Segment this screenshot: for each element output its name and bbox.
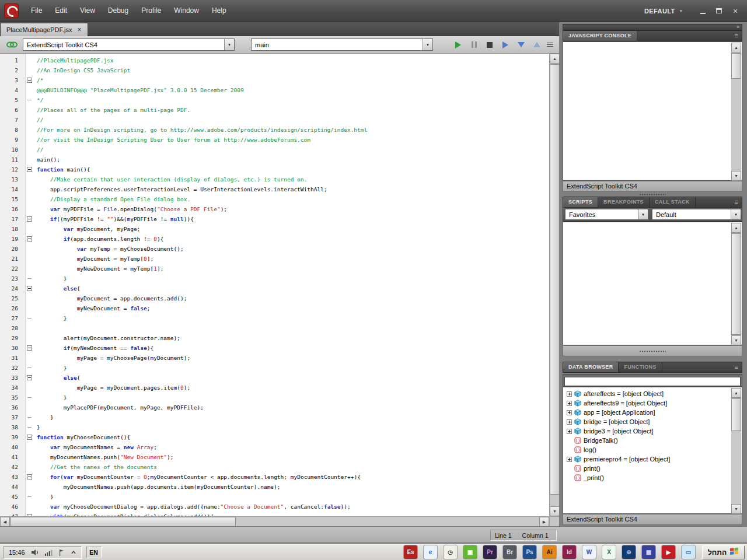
code-text[interactable]: /* bbox=[37, 75, 43, 85]
fold-column[interactable] bbox=[22, 452, 37, 462]
taskbar-app-media-player[interactable]: ▶ bbox=[662, 545, 675, 559]
fold-column[interactable] bbox=[22, 174, 37, 184]
tab-placemultipagepdf[interactable]: PlaceMultipagePDF.jsx × bbox=[0, 23, 88, 36]
fold-column[interactable] bbox=[22, 75, 37, 85]
fold-column[interactable] bbox=[22, 422, 37, 432]
code-text[interactable]: function myChooseDocument(){ bbox=[37, 432, 130, 442]
code-text[interactable]: // bbox=[37, 145, 43, 155]
fold-column[interactable] bbox=[22, 363, 37, 373]
restore-button[interactable] bbox=[712, 5, 726, 18]
code-text[interactable]: if((myPDFFile != "")&&(myPDFFile != null… bbox=[37, 214, 194, 224]
line-number[interactable]: 46 bbox=[0, 502, 22, 512]
code-text[interactable]: } bbox=[37, 363, 67, 373]
fold-column[interactable] bbox=[22, 432, 37, 442]
code-text[interactable]: } bbox=[37, 422, 40, 432]
step-over-button[interactable] bbox=[500, 40, 511, 50]
fold-collapse-icon[interactable] bbox=[27, 474, 32, 480]
volume-icon[interactable] bbox=[31, 549, 39, 556]
taskbar-app-extendscript[interactable]: Es bbox=[404, 545, 417, 559]
target-app-select[interactable]: ExtendScript Toolkit CS4 ▼ bbox=[23, 38, 235, 51]
stop-button[interactable] bbox=[484, 40, 495, 50]
fold-column[interactable] bbox=[22, 502, 37, 512]
minimize-button[interactable] bbox=[696, 5, 710, 18]
line-number[interactable]: 36 bbox=[0, 402, 22, 412]
taskbar-app-save[interactable]: ▦ bbox=[642, 545, 655, 559]
app-logo-icon[interactable] bbox=[4, 4, 19, 18]
fold-column[interactable] bbox=[22, 155, 37, 164]
editor-vertical-scrollbar[interactable]: ▲▼ bbox=[549, 54, 559, 516]
run-button[interactable] bbox=[453, 40, 463, 50]
menu-help[interactable]: Help bbox=[205, 0, 233, 22]
line-number[interactable]: 37 bbox=[0, 412, 22, 422]
pause-button[interactable] bbox=[469, 40, 479, 50]
code-text[interactable]: } bbox=[37, 274, 67, 284]
code-text[interactable]: alert(myDocument.constructor.name); bbox=[37, 333, 180, 343]
scroll-down-button[interactable]: ▼ bbox=[731, 335, 741, 345]
tree-item[interactable]: aftereffects9 = [object Object] bbox=[564, 398, 731, 408]
code-text[interactable]: for(var myDocumentCounter = 0;myDocument… bbox=[37, 472, 361, 482]
line-number[interactable]: 25 bbox=[0, 293, 22, 303]
workspace-selector[interactable]: DEFAULT ▼ bbox=[644, 8, 683, 15]
code-text[interactable]: //An InDesign CS5 JavaScript bbox=[37, 65, 130, 75]
panel-menu-icon[interactable]: ≡ bbox=[731, 197, 742, 207]
scroll-down-button[interactable]: ▼ bbox=[731, 171, 741, 181]
code-text[interactable]: @@@BUILDINFO@@@ "PlaceMultipagePDF.jsx" … bbox=[37, 85, 244, 95]
panel-overflow-icon[interactable]: » bbox=[736, 24, 739, 30]
line-number[interactable]: 42 bbox=[0, 462, 22, 472]
line-number[interactable]: 7 bbox=[0, 115, 22, 125]
taskbar-app-folder[interactable]: ▭ bbox=[682, 545, 695, 559]
menu-edit[interactable]: Edit bbox=[48, 0, 74, 22]
fold-column[interactable] bbox=[22, 512, 37, 516]
scrollbar-thumb[interactable] bbox=[731, 53, 741, 79]
show-hidden-icons[interactable] bbox=[71, 550, 76, 555]
chevron-down-icon[interactable]: ▼ bbox=[731, 209, 741, 219]
fold-column[interactable] bbox=[22, 125, 37, 135]
scrollbar-thumb[interactable] bbox=[731, 398, 741, 431]
start-button[interactable]: התחל bbox=[702, 545, 745, 559]
code-text[interactable]: function main(){ bbox=[37, 164, 90, 174]
taskbar-app-word[interactable]: W bbox=[582, 545, 596, 559]
line-number[interactable]: 45 bbox=[0, 492, 22, 502]
expand-icon[interactable] bbox=[567, 401, 572, 406]
panel-menu-icon[interactable]: ≡ bbox=[731, 362, 742, 372]
scroll-up-button[interactable]: ▲ bbox=[731, 388, 741, 398]
step-into-button[interactable] bbox=[516, 40, 526, 50]
line-number[interactable]: 29 bbox=[0, 333, 22, 343]
fold-column[interactable] bbox=[22, 373, 37, 383]
code-text[interactable]: } bbox=[37, 492, 54, 502]
profile-select[interactable]: Default ▼ bbox=[652, 209, 741, 220]
fold-column[interactable] bbox=[22, 234, 37, 244]
code-text[interactable]: myPlacePDF(myDocument, myPage, myPDFFile… bbox=[37, 402, 204, 412]
engine-select[interactable]: main ▼ bbox=[251, 38, 433, 51]
taskbar-app-excel[interactable]: X bbox=[602, 545, 616, 559]
toolbar-menu-icon[interactable] bbox=[547, 43, 553, 47]
fold-column[interactable] bbox=[22, 135, 37, 145]
menu-file[interactable]: File bbox=[25, 0, 48, 22]
network-icon[interactable] bbox=[45, 549, 53, 556]
taskbar-app-illustrator[interactable]: Ai bbox=[543, 545, 556, 559]
scripts-scrollbar[interactable]: ▲▼ bbox=[731, 223, 741, 345]
fold-column[interactable] bbox=[22, 313, 37, 323]
code-text[interactable]: myPage = myChoosePage(myDocument); bbox=[37, 353, 190, 363]
fold-collapse-icon[interactable] bbox=[27, 216, 32, 222]
fold-column[interactable] bbox=[22, 323, 37, 333]
fold-column[interactable] bbox=[22, 264, 37, 274]
taskbar-app-bridge[interactable]: Br bbox=[503, 545, 516, 559]
line-number[interactable]: 43 bbox=[0, 472, 22, 482]
menu-window[interactable]: Window bbox=[167, 0, 205, 22]
line-number[interactable]: 19 bbox=[0, 234, 22, 244]
code-text[interactable]: //Display a standard Open File dialog bo… bbox=[37, 194, 190, 204]
code-text[interactable]: myDocumentNames.push("New Document"); bbox=[37, 452, 174, 462]
line-number[interactable]: 44 bbox=[0, 482, 22, 492]
line-number[interactable]: 33 bbox=[0, 373, 22, 383]
code-text[interactable]: */ bbox=[37, 95, 43, 105]
fold-column[interactable] bbox=[22, 184, 37, 194]
tree-item[interactable]: premierepro4 = [object Object] bbox=[564, 454, 731, 464]
scrollbar-thumb[interactable] bbox=[550, 64, 559, 495]
fold-collapse-icon[interactable] bbox=[27, 435, 32, 440]
clock[interactable]: 15:46 bbox=[9, 549, 25, 556]
tab-breakpoints[interactable]: BREAKPOINTS bbox=[598, 197, 650, 207]
fold-column[interactable] bbox=[22, 333, 37, 343]
taskbar-app-messenger[interactable]: ▣ bbox=[463, 545, 477, 559]
scroll-down-button[interactable]: ▼ bbox=[731, 504, 741, 514]
